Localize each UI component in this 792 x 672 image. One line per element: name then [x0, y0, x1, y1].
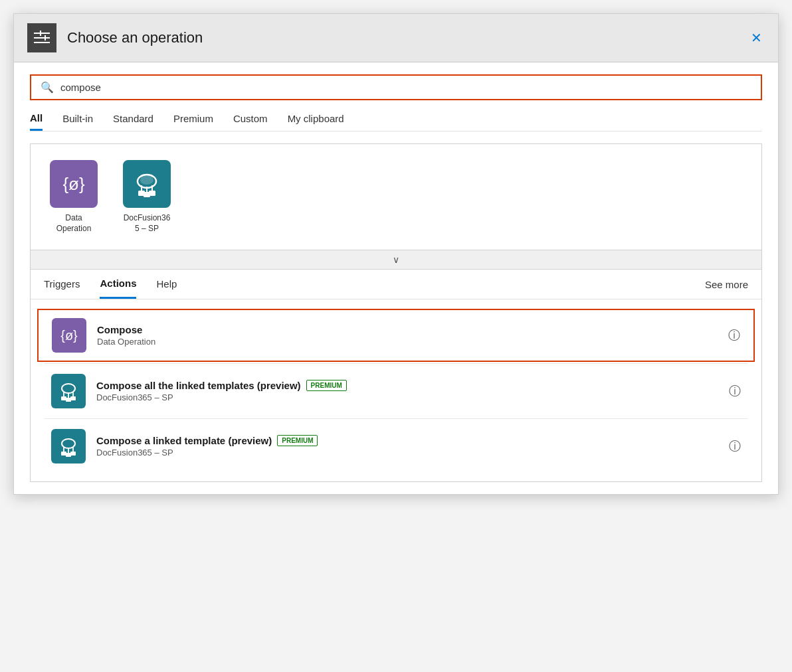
- tab-triggers[interactable]: Triggers: [44, 278, 80, 299]
- tab-custom[interactable]: Custom: [233, 113, 268, 131]
- svg-rect-26: [66, 453, 71, 457]
- compose-info-icon[interactable]: ⓘ: [728, 327, 740, 343]
- svg-rect-3: [40, 31, 41, 36]
- compose-action-text: Compose Data Operation: [97, 324, 728, 347]
- compose-linked-template-text: Compose a linked template (preview) PREM…: [96, 435, 729, 458]
- compose-linked-template-subtitle: DocFusion365 – SP: [96, 448, 729, 458]
- connector-data-operation-label: DataOperation: [56, 213, 92, 234]
- choose-operation-dialog: Choose an operation ✕ 🔍 All Built-in Sta…: [13, 13, 779, 495]
- compose-all-templates-text: Compose all the linked templates (previe…: [96, 380, 729, 402]
- compose-action-subtitle: Data Operation: [97, 337, 728, 347]
- premium-badge-1: PREMIUM: [306, 380, 347, 391]
- tab-myclipboard[interactable]: My clipboard: [288, 113, 344, 131]
- docfusion-icon: [123, 160, 171, 208]
- svg-point-13: [62, 384, 75, 393]
- bottom-section: Triggers Actions Help See more {ø} Compo…: [30, 270, 762, 482]
- compose-all-templates-title: Compose all the linked templates (previe…: [96, 380, 729, 391]
- search-icon: 🔍: [41, 81, 54, 94]
- action-compose-all-templates[interactable]: Compose all the linked templates (previe…: [37, 365, 755, 417]
- dialog-body: 🔍 All Built-in Standard Premium Custom M…: [14, 62, 778, 494]
- svg-rect-12: [144, 192, 150, 197]
- action-compose[interactable]: {ø} Compose Data Operation ⓘ: [37, 309, 755, 362]
- tab-premium[interactable]: Premium: [173, 113, 213, 131]
- search-input[interactable]: [60, 82, 751, 93]
- compose-action-icon: {ø}: [52, 318, 86, 353]
- tab-standard[interactable]: Standard: [113, 113, 153, 131]
- actions-list: {ø} Compose Data Operation ⓘ: [31, 299, 761, 481]
- compose-all-templates-icon: [51, 374, 86, 408]
- collapse-icon: ∨: [393, 254, 399, 265]
- svg-rect-17: [61, 396, 66, 400]
- compose-linked-template-title: Compose a linked template (preview) PREM…: [96, 435, 729, 446]
- category-tabs: All Built-in Standard Premium Custom My …: [30, 112, 762, 131]
- compose-all-templates-subtitle: DocFusion365 – SP: [96, 392, 729, 402]
- close-button[interactable]: ✕: [748, 29, 765, 47]
- see-more-link[interactable]: See more: [705, 279, 748, 298]
- compose-linked-info-icon[interactable]: ⓘ: [729, 438, 741, 454]
- collapse-bar[interactable]: ∨: [30, 250, 762, 270]
- connectors-section: {ø} DataOperation: [30, 143, 762, 250]
- connector-docfusion-label: DocFusion365 – SP: [124, 213, 171, 234]
- compose-linked-template-icon: [51, 429, 86, 463]
- data-operation-icon: {ø}: [50, 160, 98, 208]
- compose-action-title: Compose: [97, 324, 728, 335]
- tab-help[interactable]: Help: [156, 278, 177, 299]
- tab-actions[interactable]: Actions: [100, 278, 136, 299]
- premium-badge-2: PREMIUM: [277, 435, 318, 446]
- connectors-grid: {ø} DataOperation: [44, 160, 748, 234]
- dialog-header: Choose an operation ✕: [14, 14, 778, 62]
- connector-data-operation[interactable]: {ø} DataOperation: [44, 160, 104, 234]
- dialog-header-icon: [27, 23, 56, 52]
- connector-docfusion[interactable]: DocFusion365 – SP: [117, 160, 177, 234]
- svg-rect-1: [34, 37, 50, 39]
- svg-point-6: [140, 175, 153, 185]
- tab-all[interactable]: All: [30, 112, 43, 131]
- tab-builtin[interactable]: Built-in: [62, 113, 93, 131]
- svg-rect-25: [70, 452, 76, 456]
- svg-rect-19: [66, 398, 71, 402]
- action-tabs: Triggers Actions Help See more: [31, 270, 761, 299]
- action-compose-linked-template[interactable]: Compose a linked template (preview) PREM…: [37, 420, 755, 472]
- search-box[interactable]: 🔍: [30, 74, 762, 100]
- svg-rect-4: [45, 35, 46, 41]
- divider-1: [44, 363, 748, 364]
- compose-all-info-icon[interactable]: ⓘ: [729, 383, 741, 399]
- svg-rect-24: [61, 452, 66, 456]
- dialog-title: Choose an operation: [67, 29, 748, 46]
- divider-2: [44, 418, 748, 419]
- svg-rect-18: [70, 396, 76, 400]
- svg-rect-2: [34, 42, 50, 43]
- svg-rect-0: [34, 33, 50, 34]
- svg-point-20: [62, 439, 75, 448]
